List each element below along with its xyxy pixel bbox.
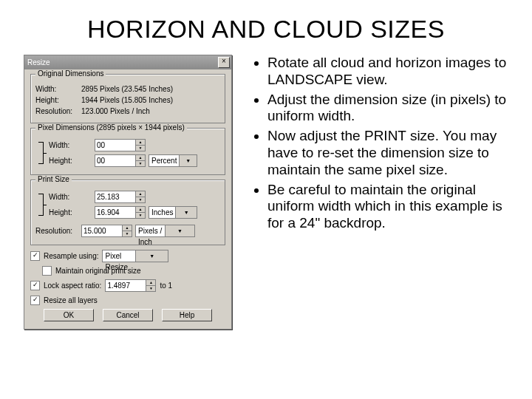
chevron-down-icon[interactable]: ▼: [175, 207, 197, 218]
print-height-stepper[interactable]: ▲▼: [95, 206, 146, 219]
label-lock-aspect: Lock aspect ratio:: [44, 282, 101, 290]
group-legend: Original Dimensions: [35, 69, 106, 78]
label-resolution: Resolution:: [35, 227, 78, 235]
maintain-print-checkbox[interactable]: [42, 266, 52, 276]
slide-content: Resize × Original Dimensions Width: 2895…: [0, 55, 532, 330]
print-width-input[interactable]: [95, 191, 135, 203]
label-height: Height:: [49, 157, 92, 165]
aspect-ratio-input[interactable]: [105, 279, 146, 292]
slide-title: HORIZON AND CLOUD SIZES: [0, 15, 532, 44]
chevron-up-icon[interactable]: ▲: [136, 140, 145, 146]
chevron-down-icon[interactable]: ▼: [135, 250, 168, 262]
chevron-down-icon[interactable]: ▼: [179, 155, 197, 166]
resize-dialog: Resize × Original Dimensions Width: 2895…: [24, 55, 232, 330]
pixel-height-stepper[interactable]: ▲▼: [95, 154, 146, 167]
value-original-width: 2895 Pixels (23.545 Inches): [81, 85, 173, 93]
dialog-title: Resize: [27, 58, 50, 66]
print-height-input[interactable]: [95, 206, 135, 219]
print-resolution-stepper[interactable]: ▲▼: [81, 225, 132, 237]
dialog-titlebar: Resize ×: [24, 55, 231, 69]
chevron-down-icon[interactable]: ▼: [123, 231, 132, 236]
list-item: Rotate all cloud and horizon images to L…: [267, 55, 508, 89]
label-resize-layers: Resize all layers: [44, 296, 98, 304]
group-legend: Print Size: [35, 175, 72, 183]
bullet-list: Rotate all cloud and horizon images to L…: [250, 55, 508, 232]
resolution-unit-value: Pixels / Inch: [136, 225, 165, 236]
resize-layers-checkbox[interactable]: ✓: [30, 296, 40, 305]
label-resolution: Resolution:: [35, 107, 78, 115]
chevron-up-icon[interactable]: ▲: [136, 191, 145, 197]
label-resample: Resample using:: [44, 252, 98, 260]
resolution-unit-combo[interactable]: Pixels / Inch ▼: [135, 225, 195, 237]
chevron-up-icon[interactable]: ▲: [136, 155, 145, 161]
list-item: Now adjust the PRINT size. You may have …: [267, 128, 508, 178]
ok-button[interactable]: OK: [44, 309, 94, 321]
chevron-down-icon[interactable]: ▼: [136, 197, 145, 202]
label-width: Width:: [49, 193, 92, 201]
list-item: Be careful to maintain the original unif…: [267, 182, 508, 232]
group-original-dimensions: Original Dimensions Width: 2895 Pixels (…: [30, 74, 225, 123]
group-legend: Pixel Dimensions (2895 pixels × 1944 pix…: [35, 123, 187, 132]
close-icon[interactable]: ×: [218, 57, 230, 68]
link-bracket: [35, 136, 46, 170]
chevron-down-icon[interactable]: ▼: [146, 286, 155, 291]
resample-value: Pixel Resize: [103, 250, 135, 262]
value-original-resolution: 123.000 Pixels / Inch: [81, 107, 150, 115]
help-button[interactable]: Help: [162, 309, 212, 321]
lock-aspect-checkbox[interactable]: ✓: [30, 281, 40, 290]
chevron-down-icon[interactable]: ▼: [136, 161, 145, 166]
label-maintain-print: Maintain original print size: [55, 267, 141, 275]
chevron-down-icon[interactable]: ▼: [165, 225, 194, 236]
chevron-down-icon[interactable]: ▼: [136, 213, 145, 218]
chevron-up-icon[interactable]: ▲: [136, 207, 145, 213]
group-pixel-dimensions: Pixel Dimensions (2895 pixels × 1944 pix…: [30, 128, 225, 175]
resample-combo[interactable]: Pixel Resize ▼: [102, 250, 168, 262]
label-height: Height:: [35, 96, 78, 104]
print-width-stepper[interactable]: ▲▼: [95, 191, 146, 203]
group-print-size: Print Size Width: ▲▼ Height:: [30, 180, 225, 245]
pixel-unit-value: Percent: [149, 155, 179, 166]
chevron-down-icon[interactable]: ▼: [136, 146, 145, 151]
chevron-up-icon[interactable]: ▲: [146, 280, 155, 286]
resample-checkbox[interactable]: ✓: [30, 251, 40, 261]
bullet-column: Rotate all cloud and horizon images to L…: [250, 55, 508, 330]
value-original-height: 1944 Pixels (15.805 Inches): [81, 96, 173, 104]
pixel-width-input[interactable]: [95, 139, 135, 151]
label-width: Width:: [35, 85, 78, 93]
label-width: Width:: [49, 141, 92, 149]
label-aspect-to: to 1: [160, 282, 172, 290]
aspect-ratio-stepper[interactable]: ▲▼: [105, 279, 156, 292]
cancel-button[interactable]: Cancel: [103, 309, 153, 321]
print-unit-value: Inches: [149, 207, 175, 218]
link-bracket: [35, 188, 46, 222]
pixel-width-stepper[interactable]: ▲▼: [95, 139, 146, 151]
print-unit-combo[interactable]: Inches ▼: [149, 206, 197, 219]
pixel-height-input[interactable]: [95, 154, 135, 167]
print-resolution-input[interactable]: [81, 225, 122, 237]
chevron-up-icon[interactable]: ▲: [123, 225, 132, 231]
label-height: Height:: [49, 208, 92, 216]
pixel-unit-combo[interactable]: Percent ▼: [149, 154, 197, 167]
list-item: Adjust the dimension size (in pixels) to…: [267, 92, 508, 126]
